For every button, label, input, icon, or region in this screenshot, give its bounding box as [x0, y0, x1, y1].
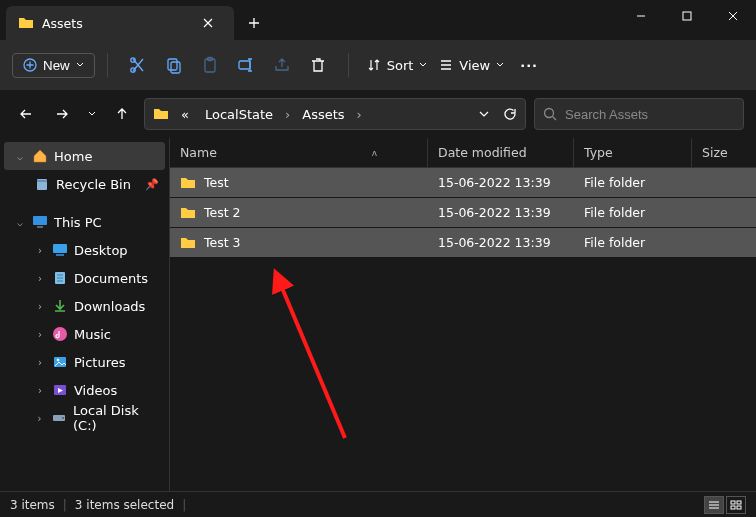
recycle-bin-icon	[34, 176, 50, 192]
pictures-icon	[52, 354, 68, 370]
delete-button[interactable]	[300, 47, 336, 83]
clipboard-icon	[201, 56, 219, 74]
pin-icon: 📌	[145, 178, 159, 191]
sidebar-item-music[interactable]: › Music	[4, 320, 165, 348]
search-icon	[543, 107, 557, 121]
details-icon	[708, 500, 720, 510]
breadcrumb-item[interactable]: Assets	[298, 105, 348, 124]
column-header-type[interactable]: Type	[574, 138, 692, 167]
chevron-down-icon	[419, 61, 427, 69]
close-window-button[interactable]	[710, 0, 756, 32]
sidebar-item-label: Home	[54, 149, 92, 164]
tab-title: Assets	[42, 16, 186, 31]
svg-rect-11	[33, 216, 47, 225]
content-pane: Name ʌ Date modified Type Size Test 15-0…	[170, 138, 756, 491]
rename-button[interactable]	[228, 47, 264, 83]
sidebar-item-label: Desktop	[74, 243, 128, 258]
sidebar-item-home[interactable]: ⌵ Home	[4, 142, 165, 170]
cell-type: File folder	[574, 235, 692, 250]
sidebar-item-videos[interactable]: › Videos	[4, 376, 165, 404]
search-box[interactable]	[534, 98, 744, 130]
view-label: View	[459, 58, 490, 73]
svg-rect-4	[168, 59, 177, 70]
list-icon	[439, 58, 453, 72]
cell-date: 15-06-2022 13:39	[428, 175, 574, 190]
nav-row: « LocalState › Assets ›	[0, 90, 756, 138]
sidebar-item-label: This PC	[54, 215, 102, 230]
table-row[interactable]: Test 15-06-2022 13:39 File folder	[170, 168, 756, 198]
column-header-name[interactable]: Name ʌ	[170, 138, 428, 167]
titlebar: Assets	[0, 0, 756, 40]
copy-button[interactable]	[156, 47, 192, 83]
svg-point-9	[545, 109, 554, 118]
breadcrumb-ellipsis[interactable]: «	[177, 105, 193, 124]
svg-rect-26	[737, 506, 741, 509]
svg-point-21	[62, 417, 64, 419]
table-row[interactable]: Test 2 15-06-2022 13:39 File folder	[170, 198, 756, 228]
cell-type: File folder	[574, 175, 692, 190]
folder-icon	[153, 106, 169, 122]
svg-rect-25	[731, 506, 735, 509]
desktop-icon	[52, 242, 68, 258]
window-tab[interactable]: Assets	[6, 6, 234, 40]
sidebar-item-pictures[interactable]: › Pictures	[4, 348, 165, 376]
status-count: 3 items	[10, 498, 55, 512]
rename-icon	[237, 56, 255, 74]
chevron-right-icon: ›	[34, 385, 46, 396]
cut-button[interactable]	[120, 47, 156, 83]
share-button[interactable]	[264, 47, 300, 83]
paste-button[interactable]	[192, 47, 228, 83]
annotation-arrow	[260, 268, 360, 448]
chevron-down-icon[interactable]	[479, 109, 489, 119]
svg-rect-5	[171, 62, 180, 73]
sidebar-item-desktop[interactable]: › Desktop	[4, 236, 165, 264]
folder-icon	[180, 175, 196, 191]
cell-name: Test	[204, 175, 229, 190]
cell-date: 15-06-2022 13:39	[428, 205, 574, 220]
column-header-date[interactable]: Date modified	[428, 138, 574, 167]
new-tab-button[interactable]	[234, 6, 274, 40]
up-button[interactable]	[108, 100, 136, 128]
details-view-button[interactable]	[704, 496, 724, 514]
chevron-right-icon: ›	[34, 301, 46, 312]
sidebar-item-label: Recycle Bin	[56, 177, 131, 192]
chevron-down-icon: ⌵	[14, 151, 26, 162]
sidebar-item-recycle[interactable]: Recycle Bin 📌	[4, 170, 165, 198]
cell-date: 15-06-2022 13:39	[428, 235, 574, 250]
recent-button[interactable]	[84, 100, 100, 128]
sidebar-item-localdisk[interactable]: › Local Disk (C:)	[4, 404, 165, 432]
chevron-right-icon: ›	[34, 245, 46, 256]
chevron-right-icon: ›	[357, 107, 362, 122]
view-button[interactable]: View	[433, 54, 510, 77]
sidebar-item-documents[interactable]: › Documents	[4, 264, 165, 292]
table-row[interactable]: Test 3 15-06-2022 13:39 File folder	[170, 228, 756, 258]
column-header-size[interactable]: Size	[692, 138, 756, 167]
close-icon	[203, 18, 213, 28]
tab-close-button[interactable]	[194, 9, 222, 37]
plus-icon	[248, 17, 260, 29]
search-input[interactable]	[565, 107, 735, 122]
statusbar: 3 items | 3 items selected |	[0, 491, 756, 517]
folder-icon	[180, 205, 196, 221]
sidebar-item-downloads[interactable]: › Downloads	[4, 292, 165, 320]
sidebar-item-label: Local Disk (C:)	[73, 403, 159, 433]
new-button[interactable]: New	[12, 53, 95, 78]
cell-type: File folder	[574, 205, 692, 220]
sort-button[interactable]: Sort	[361, 54, 434, 77]
sidebar: ⌵ Home Recycle Bin 📌 ⌵ This PC › Desktop…	[0, 138, 170, 491]
refresh-icon[interactable]	[503, 107, 517, 121]
sidebar-item-thispc[interactable]: ⌵ This PC	[4, 208, 165, 236]
thumbnails-view-button[interactable]	[726, 496, 746, 514]
address-bar[interactable]: « LocalState › Assets ›	[144, 98, 526, 130]
forward-button[interactable]	[48, 100, 76, 128]
view-mode-toggle	[704, 496, 746, 514]
chevron-down-icon	[496, 61, 504, 69]
back-button[interactable]	[12, 100, 40, 128]
maximize-button[interactable]	[664, 0, 710, 32]
minimize-button[interactable]	[618, 0, 664, 32]
more-button[interactable]: ···	[510, 54, 548, 77]
window-controls	[618, 0, 756, 40]
arrow-right-icon	[55, 107, 69, 121]
breadcrumb-item[interactable]: LocalState	[201, 105, 277, 124]
sort-asc-icon: ʌ	[372, 148, 377, 158]
